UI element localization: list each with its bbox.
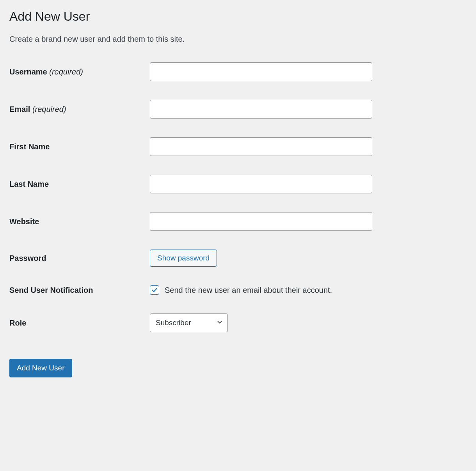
role-row: Role Subscriber (9, 313, 467, 332)
username-required-label: (required) (49, 67, 83, 76)
email-label: Email (required) (9, 105, 150, 114)
website-input[interactable] (150, 212, 372, 231)
first-name-label: First Name (9, 142, 150, 151)
first-name-row: First Name (9, 137, 467, 156)
add-new-user-button[interactable]: Add New User (9, 359, 72, 377)
show-password-button[interactable]: Show password (150, 250, 217, 267)
last-name-input[interactable] (150, 175, 372, 193)
notification-label: Send User Notification (9, 286, 150, 295)
add-user-form: Username (required) Email (required) Fir… (9, 62, 467, 332)
password-row: Password Show password (9, 250, 467, 267)
email-input[interactable] (150, 100, 372, 119)
password-label: Password (9, 254, 150, 263)
last-name-label: Last Name (9, 180, 150, 189)
website-row: Website (9, 212, 467, 231)
username-label-text: Username (9, 67, 47, 76)
check-icon (151, 287, 158, 294)
email-required-label: (required) (32, 105, 66, 113)
username-row: Username (required) (9, 62, 467, 81)
role-select[interactable]: Subscriber (150, 313, 228, 332)
notification-checkbox-wrap: Send the new user an email about their a… (150, 285, 467, 295)
first-name-input[interactable] (150, 137, 372, 156)
username-input[interactable] (150, 62, 372, 81)
email-label-text: Email (9, 105, 30, 113)
notification-checkbox[interactable] (150, 285, 159, 295)
role-select-wrap: Subscriber (150, 313, 228, 332)
role-label: Role (9, 319, 150, 328)
email-row: Email (required) (9, 100, 467, 119)
page-title: Add New User (9, 9, 467, 24)
last-name-row: Last Name (9, 175, 467, 193)
notification-row: Send User Notification Send the new user… (9, 285, 467, 295)
website-label: Website (9, 217, 150, 226)
username-label: Username (required) (9, 67, 150, 76)
page-description: Create a brand new user and add them to … (9, 35, 467, 44)
notification-checkbox-label: Send the new user an email about their a… (165, 286, 332, 295)
